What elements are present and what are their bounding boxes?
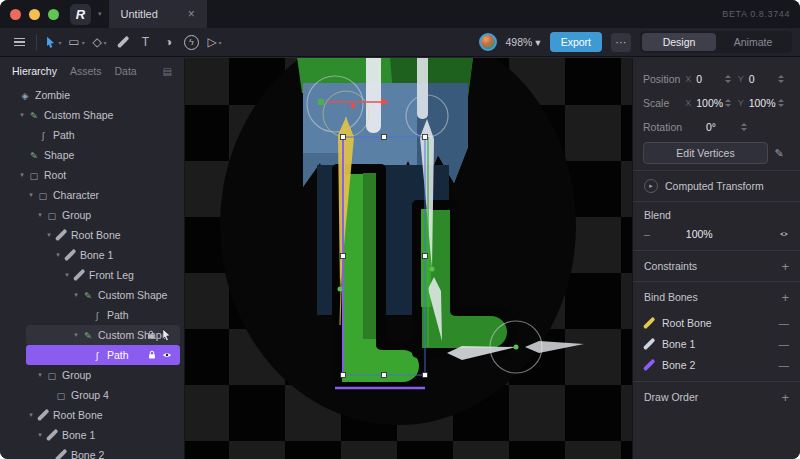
tab-data[interactable]: Data bbox=[114, 65, 136, 77]
bone-icon bbox=[644, 339, 654, 349]
visibility-eye-icon[interactable] bbox=[162, 350, 172, 360]
expand-arrow-icon[interactable]: ▾ bbox=[26, 411, 36, 419]
blend-header: Blend bbox=[633, 202, 800, 228]
document-tab[interactable]: Untitled × bbox=[109, 0, 207, 28]
remove-bone-button[interactable]: — bbox=[779, 359, 790, 371]
position-label: Position bbox=[643, 73, 685, 85]
tree-item-group[interactable]: ▾▢Group bbox=[0, 365, 184, 385]
scale-y-input[interactable]: 100% bbox=[749, 97, 777, 109]
panel-toggle-icon[interactable]: ▤ bbox=[163, 66, 172, 77]
tree-item-front-leg[interactable]: ▾Front Leg bbox=[0, 265, 184, 285]
bind-bone-row[interactable]: Root Bone— bbox=[633, 312, 800, 333]
position-y-input[interactable]: 0 bbox=[749, 73, 777, 85]
tree-item-root[interactable]: ▾▢Root bbox=[0, 165, 184, 185]
minimize-window-button[interactable] bbox=[29, 9, 40, 20]
actions-tool[interactable]: ϟ bbox=[180, 31, 203, 53]
tree-item-character[interactable]: ▾▢Character bbox=[0, 185, 184, 205]
constraints-section: Constraints + bbox=[633, 251, 800, 281]
tab-assets[interactable]: Assets bbox=[70, 65, 102, 77]
expand-arrow-icon[interactable]: ▾ bbox=[53, 251, 63, 259]
edit-vertices-button[interactable]: Edit Vertices bbox=[643, 142, 768, 164]
tree-item-group[interactable]: ▾▢Group bbox=[0, 205, 184, 225]
rotation-stepper[interactable] bbox=[739, 123, 749, 131]
position-x-stepper[interactable] bbox=[724, 75, 732, 83]
computed-transform-section[interactable]: ▸ Computed Transform bbox=[633, 171, 800, 201]
position-row: Position X 0 Y 0 bbox=[643, 67, 790, 91]
expand-arrow-icon[interactable]: ▾ bbox=[35, 371, 45, 379]
rotation-input[interactable]: 0° bbox=[706, 121, 739, 133]
tree-item-bone-1[interactable]: ▾Bone 1 bbox=[0, 245, 184, 265]
rotation-label: Rotation bbox=[643, 121, 693, 133]
tree-item-group-4[interactable]: ▢Group 4 bbox=[0, 385, 184, 405]
add-constraint-button[interactable]: + bbox=[781, 259, 789, 274]
remove-bone-button[interactable]: — bbox=[779, 338, 790, 350]
artboard-icon: ◈ bbox=[18, 90, 32, 101]
zoom-control[interactable]: 498% ▾ bbox=[506, 36, 541, 48]
text-tool[interactable]: T bbox=[134, 31, 157, 53]
lock-icon[interactable] bbox=[147, 350, 157, 360]
position-y-stepper[interactable] bbox=[777, 75, 785, 83]
frame-tool[interactable]: ▭ ▾ bbox=[65, 31, 88, 53]
tree-item-bone-2[interactable]: Bone 2 bbox=[0, 445, 184, 459]
scale-x-input[interactable]: 100% bbox=[696, 97, 724, 109]
tab-animate[interactable]: Animate bbox=[716, 33, 790, 51]
scale-y-stepper[interactable] bbox=[777, 99, 785, 107]
logo-menu-caret-icon[interactable]: ▾ bbox=[98, 10, 102, 18]
menu-button[interactable] bbox=[8, 31, 31, 53]
bind-bone-row[interactable]: Bone 2— bbox=[633, 354, 800, 375]
tab-hierarchy[interactable]: Hierarchy bbox=[12, 65, 57, 77]
expand-arrow-icon[interactable]: ▾ bbox=[17, 171, 27, 179]
canvas-viewport[interactable] bbox=[185, 58, 632, 459]
close-window-button[interactable] bbox=[10, 9, 21, 20]
tree-item-label: Path bbox=[107, 309, 129, 321]
expand-arrow-icon[interactable]: ▾ bbox=[35, 211, 45, 219]
add-bone-button[interactable]: + bbox=[781, 290, 789, 305]
bind-bone-row[interactable]: Bone 1— bbox=[633, 333, 800, 354]
tree-item-custom-shape[interactable]: ▾✎Custom Shape bbox=[0, 285, 184, 305]
tree-item-path[interactable]: ʃPath bbox=[26, 345, 180, 365]
options-button[interactable]: ⋯ bbox=[611, 33, 631, 52]
tree-item-path[interactable]: ʃPath bbox=[0, 305, 184, 325]
vertex-pen-icon[interactable]: ✎ bbox=[768, 147, 790, 160]
bind-bones-label: Bind Bones bbox=[644, 291, 698, 303]
blend-mode-dash[interactable]: – bbox=[644, 228, 650, 240]
expand-arrow-icon[interactable]: ▾ bbox=[26, 191, 36, 199]
expand-arrow-icon[interactable]: ▾ bbox=[62, 271, 72, 279]
expand-arrow-icon[interactable]: ▾ bbox=[17, 111, 27, 119]
tree-item-root-bone[interactable]: ▾Root Bone bbox=[0, 225, 184, 245]
add-draw-order-button[interactable]: + bbox=[781, 390, 789, 405]
tree-item-custom-shape[interactable]: ▾✎Custom Shape bbox=[26, 325, 180, 345]
pen-tool[interactable]: ◇ ▾ bbox=[88, 31, 111, 53]
close-tab-icon[interactable]: × bbox=[188, 7, 195, 21]
lock-icon[interactable] bbox=[146, 330, 156, 340]
tree-item-label: Bone 1 bbox=[62, 429, 95, 441]
canvas-artwork[interactable] bbox=[185, 58, 632, 459]
rive-logo[interactable]: R bbox=[70, 4, 91, 25]
export-button[interactable]: Export bbox=[550, 32, 602, 52]
toolbar-divider bbox=[36, 35, 37, 50]
tree-item-root-bone[interactable]: ▾Root Bone bbox=[0, 405, 184, 425]
tree-item-zombie[interactable]: ◈Zombie bbox=[0, 85, 184, 105]
select-tool[interactable]: ▾ bbox=[42, 31, 65, 53]
fullscreen-window-button[interactable] bbox=[48, 9, 59, 20]
expand-arrow-icon[interactable]: ▾ bbox=[35, 431, 45, 439]
remove-bone-button[interactable]: — bbox=[779, 317, 790, 329]
expand-arrow-icon[interactable]: ▾ bbox=[71, 291, 81, 299]
play-tool[interactable]: ▷ ▾ bbox=[203, 31, 226, 53]
expand-arrow-icon[interactable]: ▾ bbox=[71, 331, 81, 339]
tree-item-bone-1[interactable]: ▾Bone 1 bbox=[0, 425, 184, 445]
position-x-input[interactable]: 0 bbox=[696, 73, 724, 85]
tree-item-custom-shape[interactable]: ▾✎Custom Shape bbox=[0, 105, 184, 125]
blend-visibility-icon[interactable] bbox=[779, 229, 789, 239]
expand-arrow-icon[interactable]: ▾ bbox=[44, 231, 54, 239]
row-icons bbox=[146, 328, 172, 342]
tab-design[interactable]: Design bbox=[642, 33, 716, 51]
tree-item-path[interactable]: ʃPath bbox=[0, 125, 184, 145]
bone-tool[interactable] bbox=[111, 31, 134, 53]
blend-value-input[interactable]: 100% bbox=[686, 228, 713, 240]
paint-tool[interactable]: ◑ bbox=[157, 31, 180, 53]
avatar[interactable] bbox=[479, 33, 497, 51]
tree-item-shape[interactable]: ✎Shape bbox=[0, 145, 184, 165]
hierarchy-panel: Hierarchy Assets Data ▤ ◈Zombie▾✎Custom … bbox=[0, 58, 185, 459]
scale-x-stepper[interactable] bbox=[724, 99, 732, 107]
